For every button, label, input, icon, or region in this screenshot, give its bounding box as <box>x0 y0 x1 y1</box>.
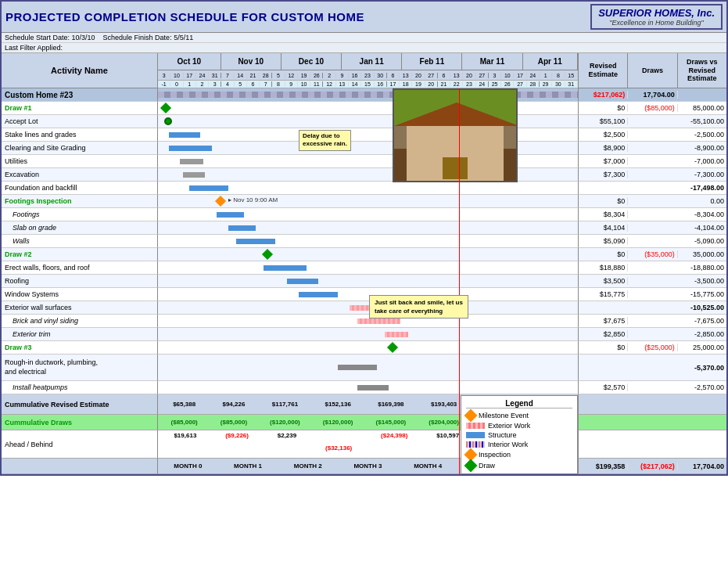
legend-milestone: Milestone Event <box>466 411 572 420</box>
right-dvs-11: -5,090.00 <box>678 237 726 245</box>
activity-row-10: Slab on grade <box>2 221 158 235</box>
month-oct: Oct 10 <box>158 53 221 70</box>
right-rev-4: $8,900 <box>579 144 628 152</box>
activity-row-7: Foundation and backfill <box>2 182 158 195</box>
right-rev-11: $5,090 <box>579 237 628 245</box>
months-header: Oct 10 Nov 10 Dec 10 Jan 11 Feb 11 Mar 1… <box>158 53 578 70</box>
legend-structure-label: Structure <box>488 431 517 439</box>
right-header-draws-vs: Draws vs Revised Estimate <box>678 53 726 88</box>
activity-row-5: Utilities <box>2 155 158 168</box>
company-name: SUPERIOR HOMES, Inc. <box>598 7 715 19</box>
legend-interior: Interior Work <box>466 441 572 448</box>
right-header-draws: Draws <box>628 53 677 88</box>
bar-clearing <box>169 146 212 151</box>
right-row-9: $8,304 -8,304.00 <box>578 208 726 221</box>
bar-found <box>189 185 228 191</box>
right-bt-draws: ($217,062) <box>628 462 677 470</box>
bm-4: MONTH 4 <box>414 462 442 470</box>
month-feb: Feb 11 <box>402 53 462 70</box>
ah-val-2: $10,597 <box>436 432 459 439</box>
right-dvs-7: -17,498.00 <box>678 184 726 192</box>
right-rev-2: $55,100 <box>579 117 628 125</box>
activity-col: Activity Name Custom Home #23 Draw #1 Ac… <box>2 53 158 474</box>
right-row-21: $2,570 -2,570.00 <box>578 381 726 394</box>
header-title: PROJECTED COMPLETION SCHEDULE FOR CUSTOM… <box>5 10 364 23</box>
right-rev-17: $7,675 <box>579 317 628 325</box>
activity-row-12: Draw #2 <box>2 248 158 261</box>
right-rev-14: $3,500 <box>579 277 628 285</box>
draw-val-3: ($120,000) <box>323 419 353 426</box>
activity-row-3: Stake lines and grades <box>2 128 158 142</box>
cum-val-1: $94,226 <box>222 401 245 408</box>
activity-row-21: Install heatpumps <box>2 381 158 394</box>
right-dvs-20: -5,370.00 <box>678 364 726 372</box>
cum-val-2: $117,761 <box>272 401 298 408</box>
bar-heat <box>357 385 389 390</box>
right-dvs-17: -7,675.00 <box>678 317 726 325</box>
bar-rough <box>338 365 377 370</box>
right-dvs-19: 25,000.00 <box>678 344 726 351</box>
right-dvs-5: -7,000.00 <box>678 157 726 165</box>
draw-val-0: ($85,000) <box>171 419 198 426</box>
right-row-5: $7,000 -7,000.00 <box>578 155 726 168</box>
activity-row-9: Footings <box>2 208 158 221</box>
right-bt-rev: $199,358 <box>579 462 628 470</box>
activity-row-17: Brick and vinyl siding <box>2 315 158 328</box>
gantt-row-12 <box>158 248 578 261</box>
bar-erect <box>264 265 307 271</box>
draw-val-1: ($85,000) <box>221 419 247 426</box>
diamond-inspection <box>215 196 226 207</box>
activity-row-0: Custom Home #23 <box>2 88 158 102</box>
activity-cumulative: Cummulative Revised Estimate <box>2 394 158 415</box>
diamond-draw3 <box>387 342 398 353</box>
right-dvs-16: -10,525.00 <box>678 304 726 311</box>
gantt-row-21 <box>158 381 578 394</box>
legend-structure: Structure <box>466 431 572 439</box>
right-bottom: $199,358 ($217,062) 17,704.00 <box>578 459 726 474</box>
legend-interior-swatch <box>466 441 485 448</box>
legend-structure-swatch <box>466 432 485 438</box>
right-row-14: $3,500 -3,500.00 <box>578 275 726 288</box>
right-dvs-1: 85,000.00 <box>678 104 726 112</box>
right-dvs-15: -15,775.00 <box>678 290 726 298</box>
activity-bottom <box>2 459 158 474</box>
gantt-row-10 <box>158 221 578 235</box>
diamond-draw2 <box>262 249 273 260</box>
bar-windows <box>299 292 338 297</box>
legend-exterior-label: Exterior Work <box>488 422 530 430</box>
right-dvs-21: -2,570.00 <box>678 383 726 391</box>
gantt-row-8: ▸ Nov 10 9:00 AM <box>158 195 578 208</box>
right-dvs-13: -18,880.00 <box>678 264 726 272</box>
right-row-7: -17,498.00 <box>578 182 726 195</box>
right-dvs-12: 35,000.00 <box>678 250 726 258</box>
right-panel: Revised Estimate Draws Draws vs Revised … <box>578 53 726 474</box>
legend-box: Legend Milestone Event Exterior Work Str… <box>461 395 578 474</box>
gantt-row-9 <box>158 208 578 221</box>
right-row-13: $18,880 -18,880.00 <box>578 261 726 275</box>
legend-draw: Draw <box>466 461 572 470</box>
bm-0: MONTH 0 <box>174 462 202 470</box>
main-container: PROJECTED COMPLETION SCHEDULE FOR CUSTOM… <box>0 0 728 476</box>
right-row-15: $15,775 -15,775.00 <box>578 288 726 301</box>
right-rev-5: $7,000 <box>579 157 628 165</box>
right-row-6: $7,300 -7,300.00 <box>578 168 726 182</box>
activity-row-15: Window Systems <box>2 288 158 301</box>
month-apr: Apr 11 <box>523 53 578 70</box>
activity-row-20: Rough-in ductwork, plumbing,and electric… <box>2 354 158 381</box>
bar-brick <box>357 318 400 324</box>
gantt-row-20 <box>158 354 578 381</box>
right-row-20: -5,370.00 <box>578 354 726 381</box>
legend-milestone-label: Milestone Event <box>479 412 529 419</box>
company-tagline: "Excellence in Home Building" <box>598 19 715 27</box>
bar-stake <box>169 132 200 138</box>
bm-3: MONTH 3 <box>353 462 382 470</box>
gantt-row-17 <box>158 315 578 328</box>
right-row-0: $217,062) 17,704.00 <box>578 88 726 102</box>
right-dvs-3: -2,500.00 <box>678 131 726 139</box>
right-dvs-9: -8,304.00 <box>678 211 726 218</box>
right-dvs-2: -55,100.00 <box>678 117 726 125</box>
legend-milestone-icon <box>464 409 478 423</box>
sub-header: Schedule Start Date: 10/3/10 Schedule Fi… <box>2 33 726 43</box>
month-dec: Dec 10 <box>282 53 342 70</box>
right-rev-10: $4,104 <box>579 224 628 232</box>
